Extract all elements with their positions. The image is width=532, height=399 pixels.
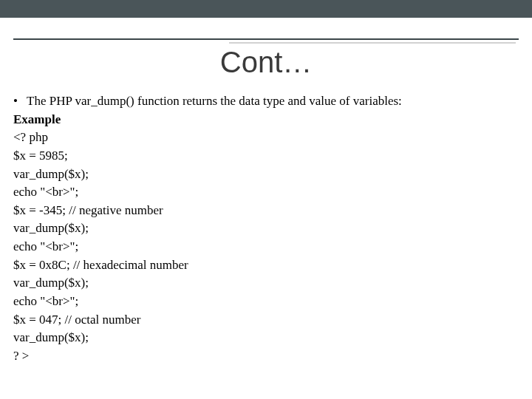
bullet-icon: • [13,92,27,111]
header-rule [13,38,519,40]
code-line: var_dump($x); [13,219,519,238]
example-label: Example [13,111,519,129]
slide-title: Cont… [0,46,532,79]
code-line: <? php [13,129,519,147]
slide: Cont… • The PHP var_dump() function retu… [0,0,532,399]
slide-content: • The PHP var_dump() function returns th… [13,92,519,366]
code-line: ? > [13,347,519,366]
top-band [0,0,532,18]
code-line: $x = 047; // octal number [13,311,519,330]
code-line: echo "<br>"; [13,293,519,311]
code-line: var_dump($x); [13,274,519,293]
code-line: $x = 5985; [13,147,519,166]
code-line: var_dump($x); [13,166,519,184]
header-rule-shadow [229,42,516,44]
code-line: $x = 0x8C; // hexadecimal number [13,256,519,275]
code-line: $x = -345; // negative number [13,202,519,220]
code-line: echo "<br>"; [13,238,519,256]
bullet-line: • The PHP var_dump() function returns th… [13,92,519,111]
bullet-text: The PHP var_dump() function returns the … [27,92,402,111]
code-line: var_dump($x); [13,329,519,347]
code-line: echo "<br>"; [13,183,519,202]
